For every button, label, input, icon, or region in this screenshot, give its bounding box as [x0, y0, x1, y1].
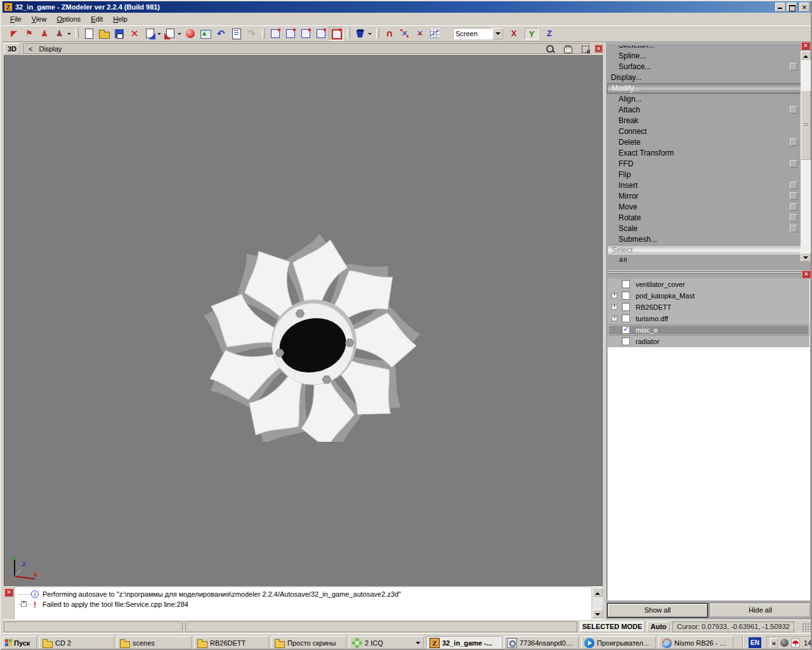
expand-toggle-icon[interactable]	[612, 304, 617, 310]
command-item[interactable]: Break	[607, 116, 801, 126]
command-item[interactable]: Delete	[607, 137, 801, 148]
taskbar-button[interactable]: scenes	[117, 636, 192, 650]
menu-item[interactable]: View	[27, 14, 52, 24]
volume-tray-icon[interactable]	[780, 639, 789, 647]
command-item[interactable]: Insert	[607, 180, 801, 191]
toolbar-button[interactable]	[37, 27, 52, 41]
command-item[interactable]: All	[607, 256, 801, 262]
toolbar-button[interactable]	[162, 27, 183, 41]
dropdown-arrow-icon[interactable]	[416, 642, 421, 647]
object-visibility-checkbox[interactable]	[622, 337, 630, 345]
command-item[interactable]: FFD	[607, 159, 801, 169]
expand-toggle-icon[interactable]	[612, 293, 617, 298]
scroll-up-icon[interactable]	[593, 588, 603, 597]
command-item[interactable]: Surface...	[607, 62, 801, 72]
toolbar-button[interactable]	[298, 27, 313, 41]
toolbar-button[interactable]	[283, 27, 298, 41]
start-button[interactable]: Пуск	[3, 636, 37, 650]
object-item[interactable]: pod_katopka_Mast	[608, 290, 809, 302]
command-item[interactable]: Rotate	[607, 213, 801, 223]
command-pin-checkbox[interactable]	[790, 138, 797, 146]
log-entry[interactable]: Failed to apply the tool file:Service.cp…	[15, 599, 591, 609]
language-indicator[interactable]: EN	[749, 637, 761, 648]
menu-item[interactable]: File	[5, 14, 27, 24]
command-item[interactable]: Scale	[607, 223, 801, 234]
toolbar-button[interactable]	[268, 27, 283, 41]
commands-scrollbar[interactable]	[801, 51, 811, 262]
command-item[interactable]: Exact Transform	[607, 148, 801, 159]
command-item[interactable]: Submesh...	[607, 234, 801, 245]
taskbar-button[interactable]: 2 ICQ	[349, 636, 424, 650]
command-item[interactable]: Display...	[607, 72, 801, 83]
command-pin-checkbox[interactable]	[790, 225, 797, 232]
rotate-select-icon[interactable]	[580, 44, 591, 54]
show-all-button[interactable]: Show all	[608, 604, 707, 617]
command-item[interactable]: Skeleton...	[607, 46, 801, 51]
toolbar-button[interactable]	[127, 27, 142, 41]
toolbar-button[interactable]	[96, 27, 112, 41]
menu-item[interactable]: Options	[51, 14, 86, 24]
toolbar-button[interactable]	[382, 27, 397, 41]
viewport-3d[interactable]: Y Z X	[4, 55, 603, 586]
axis-z-button[interactable]: Z	[542, 28, 556, 40]
taskbar-button[interactable]: CD 2	[39, 636, 114, 650]
toolbar-button[interactable]	[329, 27, 344, 41]
command-item[interactable]: Move	[607, 202, 801, 213]
object-item[interactable]: radiator	[608, 336, 809, 347]
close-button[interactable]	[799, 3, 809, 11]
panel-grip[interactable]	[607, 270, 811, 275]
viewport-maximize-button[interactable]	[594, 44, 603, 53]
maximize-button[interactable]	[787, 3, 797, 11]
log-entry[interactable]: Performing autosave to "z:\программы для…	[15, 589, 591, 599]
object-visibility-checkbox[interactable]	[622, 280, 630, 288]
object-item[interactable]: misc_e	[608, 324, 809, 336]
command-item[interactable]: Flip	[607, 169, 801, 180]
dropdown-arrow-icon[interactable]	[157, 33, 161, 37]
command-item[interactable]: Attach	[607, 105, 801, 116]
command-item[interactable]: Modify...	[607, 83, 801, 94]
toolbar-button[interactable]	[22, 27, 37, 41]
combo-dropdown-button[interactable]	[492, 28, 503, 39]
toolbar-button[interactable]	[313, 27, 329, 41]
toolbar-button[interactable]	[412, 27, 428, 41]
object-visibility-checkbox[interactable]	[622, 291, 630, 300]
tray-chevron-button[interactable]: «	[770, 638, 778, 648]
command-item[interactable]: Align...	[607, 94, 801, 105]
toolbar-button[interactable]	[81, 27, 96, 41]
object-visibility-checkbox[interactable]	[622, 326, 630, 334]
toolbar-button[interactable]	[112, 27, 127, 41]
command-pin-checkbox[interactable]	[790, 160, 797, 168]
hide-all-button[interactable]: Hide all	[710, 604, 810, 617]
toolbar-button[interactable]	[183, 27, 198, 41]
taskbar-button[interactable]: Nismo RB26 - G...	[658, 636, 733, 650]
breadcrumb-back[interactable]: <	[29, 45, 32, 53]
command-pin-checkbox[interactable]	[790, 203, 797, 211]
expand-toggle-icon[interactable]	[612, 315, 617, 321]
command-item[interactable]: Mirror	[607, 191, 801, 202]
avira-tray-icon[interactable]	[791, 639, 800, 647]
view-mode-combo[interactable]: Screen	[453, 28, 503, 39]
taskbar-button[interactable]: 77364nsanpd06...	[504, 636, 579, 650]
dropdown-arrow-icon[interactable]	[368, 33, 372, 37]
scrollbar-thumb[interactable]	[801, 90, 811, 160]
toolbar-button[interactable]	[228, 27, 244, 41]
command-pin-checkbox[interactable]	[790, 63, 797, 70]
toolbar-button[interactable]	[397, 27, 412, 41]
minimize-button[interactable]	[775, 3, 785, 11]
taskbar-button[interactable]: 32_in_game -...	[426, 636, 501, 650]
resize-grip[interactable]	[802, 623, 811, 632]
command-item[interactable]: Connect	[607, 126, 801, 137]
scroll-down-icon[interactable]	[593, 609, 603, 618]
command-pin-checkbox[interactable]	[790, 106, 797, 114]
dropdown-arrow-icon[interactable]	[178, 33, 181, 37]
taskbar-button[interactable]: Просто скрины	[272, 636, 346, 650]
toolbar-button[interactable]	[213, 27, 228, 41]
auto-button[interactable]: Auto	[647, 621, 670, 632]
pan-hand-icon[interactable]	[563, 44, 573, 54]
scroll-up-icon[interactable]	[801, 51, 811, 60]
dropdown-arrow-icon[interactable]	[67, 33, 71, 37]
toolbar-button[interactable]	[353, 27, 373, 41]
taskbar-button[interactable]: Проигрывател...	[581, 636, 656, 650]
toolbar-button[interactable]	[198, 27, 213, 41]
object-visibility-checkbox[interactable]	[622, 314, 630, 322]
